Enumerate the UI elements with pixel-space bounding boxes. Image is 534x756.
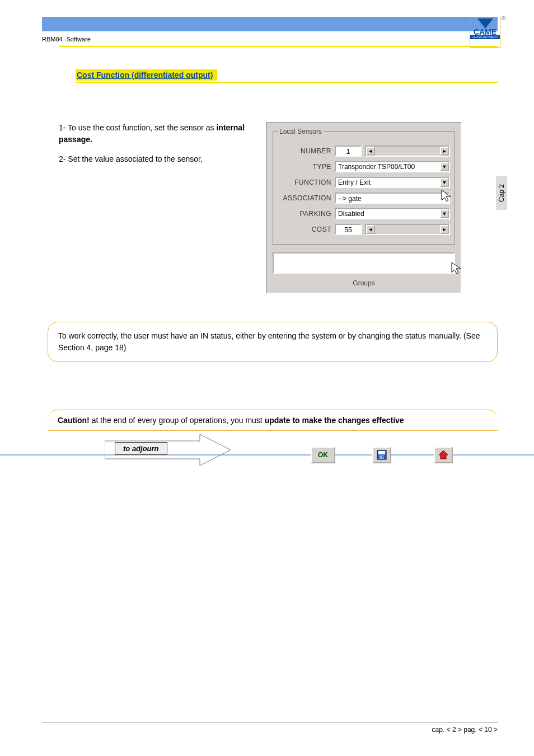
floppy-icon <box>377 450 387 460</box>
number-label: NUMBER <box>278 147 331 155</box>
svg-marker-0 <box>105 434 231 466</box>
number-row: NUMBER 1 ◄ ► <box>278 145 450 157</box>
cost-scroll[interactable]: ◄ ► <box>365 224 450 235</box>
scroll-right-icon[interactable]: ► <box>440 147 449 156</box>
section-underline <box>76 82 498 83</box>
svg-rect-4 <box>382 456 383 458</box>
type-label: TYPE <box>278 163 331 171</box>
function-row: FUNCTION Entry / Exit ▼ <box>278 177 450 188</box>
chevron-down-icon[interactable]: ▼ <box>440 178 449 187</box>
chevron-down-icon[interactable]: ▼ <box>440 162 449 171</box>
came-logo: ® CAME CANCELLI AUTOMATICI <box>470 17 500 48</box>
cursor-icon-1 <box>441 189 456 203</box>
section-title: Cost Function (differentiated output) <box>76 69 217 81</box>
top-banner <box>42 17 498 31</box>
scroll-right-icon[interactable]: ► <box>440 225 449 234</box>
function-label: FUNCTION <box>278 179 331 186</box>
header-underline <box>59 46 498 47</box>
association-row: ASSOCIATION --> gate <box>278 192 450 204</box>
function-combo[interactable]: Entry / Exit ▼ <box>335 177 450 188</box>
association-label: ASSOCIATION <box>278 194 331 202</box>
association-field[interactable]: --> gate <box>335 192 450 204</box>
svg-rect-2 <box>378 451 385 454</box>
ok-button[interactable]: OK <box>311 447 335 463</box>
cost-label: COST <box>278 226 331 233</box>
cost-row: COST 55 ◄ ► <box>278 224 450 235</box>
local-sensors-dialog: Local Sensors NUMBER 1 ◄ ► TYPE Transpon… <box>266 122 462 294</box>
number-scroll[interactable]: ◄ ► <box>365 145 450 157</box>
home-button[interactable] <box>434 447 453 463</box>
scroll-left-icon[interactable]: ◄ <box>366 147 375 156</box>
parking-label: PARKING <box>278 210 331 218</box>
cost-value[interactable]: 55 <box>335 224 362 235</box>
type-row: TYPE Transponder TSP00/LT00 ▼ <box>278 161 450 172</box>
doc-title: RBM84 -Software <box>42 36 91 45</box>
parking-combo[interactable]: Disabled ▼ <box>335 208 450 219</box>
chevron-down-icon[interactable]: ▼ <box>440 209 449 218</box>
parking-row: PARKING Disabled ▼ <box>278 208 450 219</box>
svg-marker-5 <box>439 450 448 459</box>
divider-line <box>0 454 534 456</box>
scroll-left-icon[interactable]: ◄ <box>366 225 375 234</box>
cursor-icon-2 <box>451 261 466 275</box>
info-note: To work correctly, the user must have an… <box>48 322 498 362</box>
save-button[interactable] <box>372 447 391 463</box>
adjourn-callout: to adjourn <box>115 442 167 455</box>
number-value[interactable]: 1 <box>335 145 362 157</box>
side-tab: Cap 2 <box>496 176 507 210</box>
page-footer: cap. < 2 > pag. < 10 > <box>42 722 498 734</box>
type-combo[interactable]: Transponder TSP00/LT00 ▼ <box>335 161 450 172</box>
home-icon <box>438 450 448 460</box>
blank-field <box>273 252 455 274</box>
groups-label: Groups <box>273 279 455 287</box>
instructions-text: 1- To use the cost function, set the sen… <box>42 122 249 294</box>
dialog-legend: Local Sensors <box>278 128 324 135</box>
caution-bar: Caution! at the end of every group of op… <box>48 410 498 431</box>
